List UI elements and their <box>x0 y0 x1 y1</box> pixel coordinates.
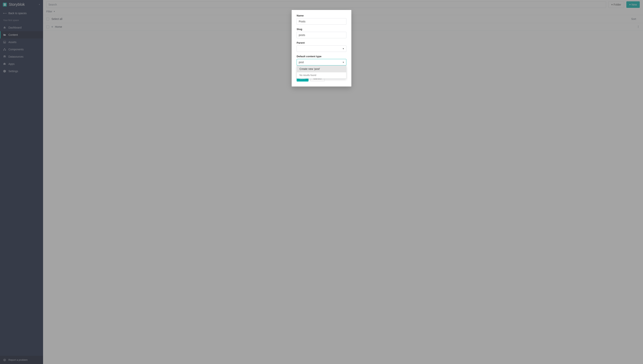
field-name: Name <box>296 14 346 25</box>
slug-input[interactable] <box>296 32 346 38</box>
dropdown-create-new-item[interactable]: Create new 'post' <box>297 66 346 72</box>
field-default-content-type: Default content type post ▼ Create new '… <box>296 55 346 66</box>
content-type-dropdown: Create new 'post' No results found <box>296 66 346 79</box>
default-content-type-label: Default content type <box>296 55 346 58</box>
dropdown-no-results: No results found <box>297 72 346 78</box>
caret-down-icon: ▼ <box>342 61 344 63</box>
caret-down-icon: ▼ <box>342 48 344 50</box>
name-input[interactable] <box>296 18 346 25</box>
create-folder-modal: Name Slug Parent ▼ Default content type … <box>292 10 351 86</box>
modal-overlay[interactable]: Name Slug Parent ▼ Default content type … <box>0 0 643 364</box>
default-content-type-select[interactable]: post ▼ <box>296 59 346 66</box>
field-slug: Slug <box>296 28 346 38</box>
parent-label: Parent <box>296 41 346 44</box>
default-content-type-value: post <box>299 61 304 64</box>
slug-label: Slug <box>296 28 346 30</box>
name-label: Name <box>296 14 346 17</box>
parent-select[interactable]: ▼ <box>296 45 346 52</box>
field-parent: Parent ▼ <box>296 41 346 52</box>
